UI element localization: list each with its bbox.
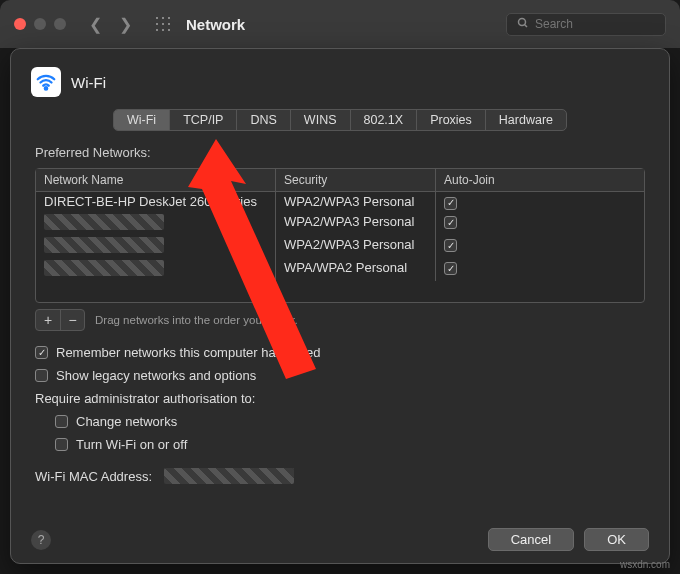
toggle-wifi-label: Turn Wi-Fi on or off	[76, 437, 187, 452]
remember-networks-checkbox[interactable]: ✓ Remember networks this computer has jo…	[35, 345, 645, 360]
remember-networks-label: Remember networks this computer has join…	[56, 345, 320, 360]
window-title: Network	[186, 16, 245, 33]
auto-join-checkbox[interactable]: ✓	[444, 216, 457, 229]
forward-button[interactable]: ❯	[114, 13, 136, 35]
add-network-button[interactable]: +	[36, 310, 60, 330]
table-row[interactable]: DIRECT-BE-HP DeskJet 2600 seriesWPA2/WPA…	[36, 192, 644, 212]
tab-802-1x[interactable]: 802.1X	[351, 110, 418, 130]
svg-line-1	[525, 24, 528, 27]
sheet-title: Wi-Fi	[71, 74, 106, 91]
column-network-name[interactable]: Network Name	[36, 169, 276, 191]
help-button[interactable]: ?	[31, 530, 51, 550]
column-auto-join[interactable]: Auto-Join	[436, 169, 644, 191]
preferred-networks-label: Preferred Networks:	[35, 145, 645, 160]
tab-dns[interactable]: DNS	[237, 110, 290, 130]
close-window-button[interactable]	[14, 18, 26, 30]
show-legacy-checkbox[interactable]: Show legacy networks and options	[35, 368, 645, 383]
column-security[interactable]: Security	[276, 169, 436, 191]
auto-join-checkbox[interactable]: ✓	[444, 239, 457, 252]
settings-sheet: Wi-Fi Wi-FiTCP/IPDNSWINS802.1XProxiesHar…	[10, 48, 670, 564]
require-admin-label: Require administrator authorisation to:	[35, 391, 645, 406]
watermark: wsxdn.com	[620, 559, 670, 570]
table-row[interactable]: WPA/WPA2 Personal✓	[36, 258, 644, 281]
tab-tcp-ip[interactable]: TCP/IP	[170, 110, 237, 130]
svg-point-2	[45, 87, 47, 89]
ok-button[interactable]: OK	[584, 528, 649, 551]
minimize-window-button[interactable]	[34, 18, 46, 30]
cancel-button[interactable]: Cancel	[488, 528, 574, 551]
tab-bar: Wi-FiTCP/IPDNSWINS802.1XProxiesHardware	[113, 109, 567, 131]
table-row[interactable]: WPA2/WPA3 Personal✓	[36, 235, 644, 258]
zoom-window-button[interactable]	[54, 18, 66, 30]
networks-table: Network Name Security Auto-Join DIRECT-B…	[35, 168, 645, 303]
mac-address-label: Wi-Fi MAC Address:	[35, 469, 152, 484]
auto-join-checkbox[interactable]: ✓	[444, 262, 457, 275]
back-button[interactable]: ❮	[84, 13, 106, 35]
svg-point-0	[519, 18, 526, 25]
search-field[interactable]	[506, 13, 666, 36]
window-controls	[14, 18, 66, 30]
tab-proxies[interactable]: Proxies	[417, 110, 486, 130]
table-row[interactable]: WPA2/WPA3 Personal✓	[36, 212, 644, 235]
wifi-icon	[31, 67, 61, 97]
tab-wins[interactable]: WINS	[291, 110, 351, 130]
show-legacy-label: Show legacy networks and options	[56, 368, 256, 383]
mac-address-value	[164, 468, 294, 484]
search-input[interactable]	[535, 17, 655, 31]
titlebar: ❮ ❯ Network	[0, 0, 680, 48]
toggle-wifi-checkbox[interactable]: Turn Wi-Fi on or off	[55, 437, 645, 452]
tab-wi-fi[interactable]: Wi-Fi	[114, 110, 170, 130]
tab-hardware[interactable]: Hardware	[486, 110, 566, 130]
drag-hint: Drag networks into the order you prefer.	[95, 314, 298, 326]
remove-network-button[interactable]: −	[60, 310, 84, 330]
search-icon	[517, 17, 529, 32]
show-all-button[interactable]	[154, 15, 172, 33]
auto-join-checkbox[interactable]: ✓	[444, 197, 457, 210]
add-remove-buttons: + −	[35, 309, 85, 331]
change-networks-label: Change networks	[76, 414, 177, 429]
change-networks-checkbox[interactable]: Change networks	[55, 414, 645, 429]
